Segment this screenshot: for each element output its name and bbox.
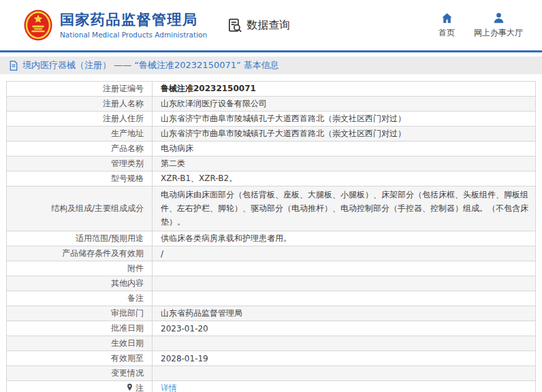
row-label: 适用范围/预期用途 (7, 231, 153, 246)
table-row: 审批部门山东省药品监督管理局 (7, 306, 536, 321)
row-value (153, 336, 536, 351)
title-block: 国家药品监督管理局 National Medical Products Admi… (60, 12, 207, 38)
row-label: 注册人名称 (7, 97, 153, 112)
table-row: 产品储存条件及有效期/ (7, 246, 536, 261)
row-value (153, 261, 536, 276)
row-value: 供临床各类病房承载和护理患者用。 (153, 231, 536, 246)
site-title: 国家药品监督管理局 (60, 12, 207, 29)
row-value: 山东省药品监督管理局 (153, 306, 536, 321)
table-row: 型号规格XZR-B1、XZR-B2。 (7, 172, 536, 186)
row-value: 2028-01-19 (153, 351, 536, 366)
row-value (153, 366, 536, 381)
table-row: 结构及组成/主要组成成分电动病床由床面部分（包括背板、座板、大腿板、小腿板）、床… (7, 186, 536, 231)
document-icon (9, 61, 18, 71)
table-row: 注册证编号鲁械注准20232150071 (7, 82, 536, 97)
row-value: 山东欣泽润医疗设备有限公司 (153, 97, 536, 112)
row-value: 2023-01-20 (153, 321, 536, 336)
data-query-section: 数据查询 (227, 18, 290, 33)
table-row: 产品名称电动病床 (7, 142, 536, 157)
row-label: 型号规格 (7, 172, 153, 186)
row-value: 山东省济宁市曲阜市陵城镇孔子大道西首路北（崇文社区西门对过） (153, 112, 536, 127)
row-label: 批准日期 (7, 321, 153, 336)
breadcrumb-text: 境内医疗器械（注册） —— “鲁械注准20232150071” 基本信息 (22, 59, 279, 71)
top-nav: 首页 网上办事大厅 (439, 12, 526, 39)
row-value: 详情 (153, 381, 536, 392)
breadcrumb: 境内医疗器械（注册） —— “鲁械注准20232150071” 基本信息 (0, 56, 542, 74)
table-row: 备注 (7, 291, 536, 306)
info-table-body: 注册证编号鲁械注准20232150071注册人名称山东欣泽润医疗设备有限公司注册… (7, 82, 536, 392)
table-row: 适用范围/预期用途供临床各类病房承载和护理患者用。 (7, 231, 536, 246)
row-label: 产品储存条件及有效期 (7, 246, 153, 261)
nav-online-hall-label: 网上办事大厅 (474, 27, 523, 39)
row-label: 其他内容 (7, 276, 153, 291)
row-label: 生产地址 (7, 127, 153, 142)
row-label: 生效日期 (7, 336, 153, 351)
row-value (153, 291, 536, 306)
table-row: 注册人住所山东省济宁市曲阜市陵城镇孔子大道西首路北（崇文社区西门对过） (7, 112, 536, 127)
row-value (153, 276, 536, 291)
table-row: 生产地址山东省济宁市曲阜市陵城镇孔子大道西首路北（崇文社区西门对过） (7, 127, 536, 142)
row-label: 附件 (7, 261, 153, 276)
row-label: 审批部门 (7, 306, 153, 321)
row-label: 管理类别 (7, 157, 153, 172)
table-row: 注册人名称山东欣泽润医疗设备有限公司 (7, 97, 536, 112)
row-label: 注册人住所 (7, 112, 153, 127)
table-row: 附件 (7, 261, 536, 276)
table-row: 生效日期 (7, 336, 536, 351)
row-label: 变更情况 (7, 366, 153, 381)
table-row: 变更情况 (7, 366, 536, 381)
row-value: / (153, 246, 536, 261)
nav-home-label: 首页 (439, 27, 455, 39)
table-row: 有效期至2028-01-19 (7, 351, 536, 366)
site-header: 国家药品监督管理局 National Medical Products Admi… (0, 0, 542, 52)
row-value: 鲁械注准20232150071 (153, 82, 536, 97)
table-row: 注详情 (7, 381, 536, 392)
row-value: XZR-B1、XZR-B2。 (153, 172, 536, 186)
site-subtitle: National Medical Products Administration (60, 31, 207, 39)
info-table: 注册证编号鲁械注准20232150071注册人名称山东欣泽润医疗设备有限公司注册… (6, 81, 536, 392)
row-value: 电动病床由床面部分（包括背板、座板、大腿板、小腿板）、床架部分（包括床框、头板组… (153, 186, 536, 231)
row-label: 备注 (7, 291, 153, 306)
note-pin-icon (126, 383, 133, 391)
row-value: 第二类 (153, 157, 536, 172)
row-label: 注 (7, 381, 153, 392)
national-emblem-logo (23, 9, 53, 42)
logo-group: 国家药品监督管理局 National Medical Products Admi… (23, 9, 207, 42)
row-label: 产品名称 (7, 142, 153, 157)
table-row: 其他内容 (7, 276, 536, 291)
home-icon (441, 12, 453, 24)
row-label: 有效期至 (7, 351, 153, 366)
table-row: 批准日期2023-01-20 (7, 321, 536, 336)
row-value: 山东省济宁市曲阜市陵城镇孔子大道西首路北（崇文社区西门对过） (153, 127, 536, 142)
row-value: 电动病床 (153, 142, 536, 157)
document-search-icon (227, 18, 243, 33)
nav-online-hall[interactable]: 网上办事大厅 (474, 12, 523, 39)
row-label: 结构及组成/主要组成成分 (7, 186, 153, 231)
nav-home[interactable]: 首页 (439, 12, 455, 39)
table-row: 管理类别第二类 (7, 157, 536, 172)
details-link[interactable]: 详情 (161, 383, 177, 392)
row-label: 注册证编号 (7, 82, 153, 97)
person-icon (492, 12, 505, 24)
data-query-label: 数据查询 (246, 18, 290, 33)
